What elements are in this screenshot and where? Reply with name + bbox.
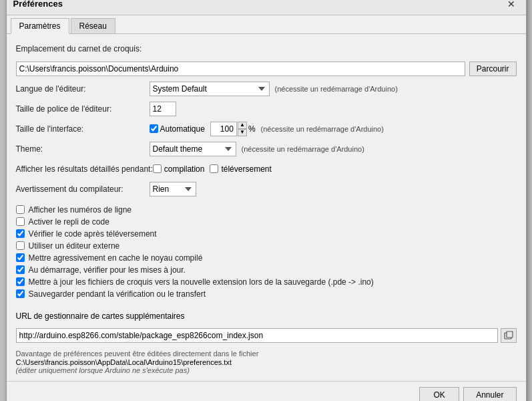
theme-row: Theme: Default theme (nécessite un redém… bbox=[16, 141, 517, 157]
compilation-label: compilation bbox=[164, 164, 205, 174]
spinner-down[interactable]: ▼ bbox=[238, 129, 247, 136]
font-size-row: Taille de police de l'éditeur: bbox=[16, 101, 517, 117]
cancel-button[interactable]: Annuler bbox=[463, 387, 516, 402]
info-section: Davantage de préférences peuvent être éd… bbox=[16, 350, 517, 374]
checkbox-row-3: Utiliser un éditeur externe bbox=[16, 241, 517, 251]
checkbox-label-3: Utiliser un éditeur externe bbox=[29, 241, 120, 251]
checkbox-label-4: Mettre agressivement en cache le noyau c… bbox=[29, 253, 203, 263]
tab-parametres[interactable]: Paramètres bbox=[11, 18, 69, 34]
percent-input[interactable] bbox=[210, 122, 237, 136]
checkbox-label-1: Activer le repli de code bbox=[29, 217, 109, 227]
url-icon-button[interactable] bbox=[501, 328, 517, 343]
compiler-warning-select[interactable]: Rien bbox=[150, 182, 196, 196]
language-row: Langue de l'éditeur: System Default (néc… bbox=[16, 81, 517, 97]
sketchbook-row: Emplacement du carnet de croquis: bbox=[16, 41, 517, 57]
language-label: Langue de l'éditeur: bbox=[16, 84, 150, 94]
checkbox-row-2: Vérifier le code après téléversement bbox=[16, 229, 517, 239]
url-input-row bbox=[16, 328, 517, 343]
external-link-icon bbox=[504, 331, 513, 340]
upload-label: téléversement bbox=[221, 164, 271, 174]
show-results-label: Afficher les résultats détaillés pendant… bbox=[16, 164, 153, 174]
close-button[interactable]: ✕ bbox=[503, 0, 519, 11]
checkbox-4[interactable] bbox=[16, 253, 25, 262]
tabs-container: Paramètres Réseau bbox=[7, 15, 526, 34]
theme-select[interactable]: Default theme bbox=[150, 142, 236, 156]
font-size-label: Taille de police de l'éditeur: bbox=[16, 104, 150, 114]
language-hint: (nécessite un redémarrage d'Arduino) bbox=[275, 85, 398, 93]
checkbox-label-2: Vérifier le code après téléversement bbox=[29, 229, 157, 239]
checkbox-label-6: Mettre à jour les fichiers de croquis ve… bbox=[29, 277, 374, 287]
compilation-checkbox[interactable] bbox=[153, 164, 162, 173]
url-section: URL de gestionnaire de cartes supplément… bbox=[16, 308, 517, 343]
checkbox-7[interactable] bbox=[16, 289, 25, 298]
checkbox-5[interactable] bbox=[16, 265, 25, 274]
theme-label: Theme: bbox=[16, 144, 150, 154]
interface-row: Taille de l'interface: Automatique ▲ ▼ %… bbox=[16, 121, 517, 137]
checkboxes-container: Afficher les numéros de ligne Activer le… bbox=[16, 205, 517, 299]
spinner-wrapper: ▲ ▼ bbox=[210, 122, 247, 136]
auto-label: Automatique bbox=[160, 124, 205, 134]
compiler-warning-row: Avertissement du compilateur: Rien bbox=[16, 181, 517, 197]
info-line1: Davantage de préférences peuvent être éd… bbox=[16, 350, 517, 358]
content-area: Emplacement du carnet de croquis: Parcou… bbox=[7, 34, 526, 381]
compiler-warning-label: Avertissement du compilateur: bbox=[16, 184, 150, 194]
checkbox-row-7: Sauvegarder pendant la vérification ou l… bbox=[16, 289, 517, 299]
checkbox-label-7: Sauvegarder pendant la vérification ou l… bbox=[29, 289, 206, 299]
compilation-check-wrapper: compilation bbox=[153, 164, 205, 174]
interface-label: Taille de l'interface: bbox=[16, 124, 150, 134]
auto-checkbox[interactable] bbox=[150, 124, 158, 133]
font-size-input[interactable] bbox=[150, 102, 176, 116]
checkbox-row-4: Mettre agressivement en cache le noyau c… bbox=[16, 253, 517, 263]
sketchbook-input-row: Parcourir bbox=[16, 61, 517, 77]
auto-checkbox-wrapper: Automatique bbox=[150, 124, 205, 134]
language-select[interactable]: System Default bbox=[150, 82, 270, 96]
checkbox-row-1: Activer le repli de code bbox=[16, 217, 517, 227]
percent-sign: % bbox=[248, 124, 256, 134]
checkbox-row-5: Au démarrage, vérifier pour les mises à … bbox=[16, 265, 517, 275]
footer: OK Annuler bbox=[7, 381, 526, 402]
browse-button[interactable]: Parcourir bbox=[469, 61, 517, 76]
checkbox-label-5: Au démarrage, vérifier pour les mises à … bbox=[29, 265, 186, 275]
upload-checkbox[interactable] bbox=[210, 164, 218, 173]
info-line2: (éditer uniquement lorsque Arduino ne s'… bbox=[16, 366, 517, 374]
sketchbook-input[interactable] bbox=[16, 61, 465, 76]
sketchbook-label: Emplacement du carnet de croquis: bbox=[16, 44, 150, 53]
checkbox-row-0: Afficher les numéros de ligne bbox=[16, 205, 517, 215]
info-path: C:\Users\francis.poisson\AppData\Local\A… bbox=[16, 358, 517, 366]
checkbox-0[interactable] bbox=[16, 205, 25, 214]
compilation-row: compilation téléversement bbox=[153, 164, 272, 174]
checkbox-6[interactable] bbox=[16, 277, 25, 286]
spinner-up[interactable]: ▲ bbox=[238, 122, 247, 129]
checkbox-label-0: Afficher les numéros de ligne bbox=[29, 205, 132, 215]
interface-hint: (nécessite un redémarrage d'Arduino) bbox=[261, 125, 384, 133]
checkbox-1[interactable] bbox=[16, 217, 25, 226]
url-input[interactable] bbox=[16, 328, 498, 343]
url-label: URL de gestionnaire de cartes supplément… bbox=[16, 311, 185, 321]
ok-button[interactable]: OK bbox=[419, 387, 459, 402]
preferences-dialog: Préférences ✕ Paramètres Réseau Emplacem… bbox=[6, 0, 527, 401]
upload-check-wrapper: téléversement bbox=[210, 164, 271, 174]
svg-rect-1 bbox=[507, 331, 513, 338]
show-results-row: Afficher les résultats détaillés pendant… bbox=[16, 161, 517, 177]
checkbox-row-6: Mettre à jour les fichiers de croquis ve… bbox=[16, 277, 517, 287]
theme-hint: (nécessite un redémarrage d'Arduino) bbox=[242, 145, 364, 153]
dialog-title: Préférences bbox=[13, 0, 63, 9]
spinner-buttons: ▲ ▼ bbox=[238, 122, 247, 136]
title-bar: Préférences ✕ bbox=[7, 0, 526, 15]
tab-reseau[interactable]: Réseau bbox=[71, 18, 115, 33]
url-label-row: URL de gestionnaire de cartes supplément… bbox=[16, 308, 517, 324]
checkbox-2[interactable] bbox=[16, 229, 25, 238]
checkbox-3[interactable] bbox=[16, 241, 25, 250]
